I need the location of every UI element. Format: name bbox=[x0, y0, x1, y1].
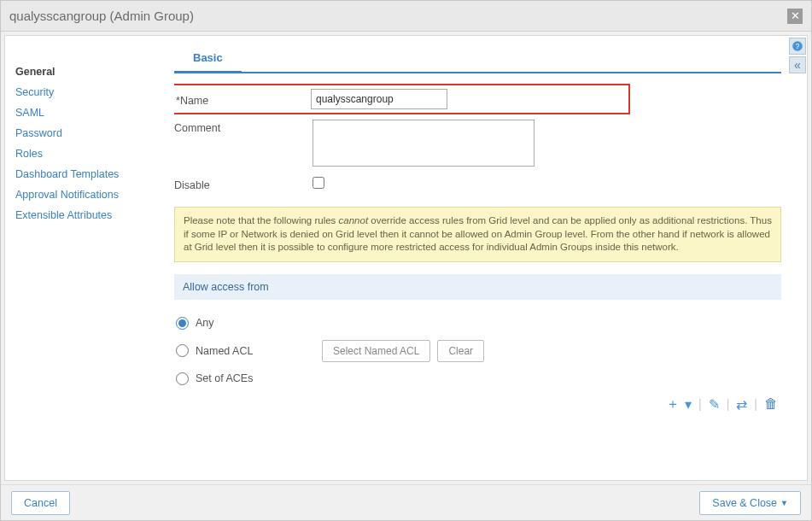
collapse-panel-icon[interactable]: « bbox=[789, 56, 806, 73]
main-panel: Basic *Name Comment Disable Please note … bbox=[167, 36, 807, 480]
sidebar-item-roles[interactable]: Roles bbox=[15, 143, 157, 164]
radio-row-named-acl: Named ACL Select Named ACL Clear bbox=[176, 335, 780, 367]
edit-icon[interactable]: ✎ bbox=[709, 396, 720, 413]
add-dropdown-icon[interactable]: ▾ bbox=[685, 396, 692, 413]
add-icon[interactable]: ＋ bbox=[666, 395, 680, 413]
radio-row-any: Any bbox=[176, 312, 780, 335]
radio-set-of-aces[interactable] bbox=[176, 372, 189, 385]
allow-access-section-header: Allow access from bbox=[174, 274, 781, 300]
swap-icon[interactable]: ⇄ bbox=[736, 396, 747, 413]
ace-toolbar: ＋ ▾ | ✎ | ⇄ | 🗑 bbox=[174, 394, 781, 417]
sidebar-item-general[interactable]: General bbox=[15, 61, 157, 82]
access-rules-note: Please note that the following rules can… bbox=[174, 207, 781, 262]
chevron-down-icon: ▼ bbox=[780, 499, 788, 507]
sidebar-nav: General Security SAML Password Roles Das… bbox=[5, 36, 167, 480]
sidebar-item-approval-notifications[interactable]: Approval Notifications bbox=[15, 184, 157, 205]
radio-any-label: Any bbox=[196, 317, 315, 329]
comment-label: Comment bbox=[174, 120, 313, 134]
radio-row-set-of-aces: Set of ACEs bbox=[176, 367, 780, 390]
radio-any[interactable] bbox=[176, 317, 189, 330]
disable-row: Disable bbox=[174, 172, 781, 196]
svg-text:?: ? bbox=[796, 43, 800, 50]
sidebar-item-extensible-attributes[interactable]: Extensible Attributes bbox=[15, 205, 157, 225]
disable-label: Disable bbox=[174, 177, 313, 191]
allow-access-radio-group: Any Named ACL Select Named ACL Clear Set… bbox=[174, 300, 781, 394]
sidebar-item-password[interactable]: Password bbox=[15, 123, 157, 143]
select-named-acl-button[interactable]: Select Named ACL bbox=[322, 340, 430, 362]
dialog-body: ? « General Security SAML Password Roles… bbox=[4, 35, 808, 481]
name-row-highlight: *Name bbox=[174, 84, 630, 114]
sidebar-item-saml[interactable]: SAML bbox=[15, 102, 157, 123]
trash-icon[interactable]: 🗑 bbox=[764, 396, 778, 412]
save-close-button[interactable]: Save & Close▼ bbox=[699, 491, 801, 515]
tabs-row: Basic bbox=[174, 44, 781, 73]
clear-named-acl-button[interactable]: Clear bbox=[437, 340, 484, 362]
right-rail: ? « bbox=[788, 36, 807, 73]
radio-named-acl-label: Named ACL bbox=[196, 345, 315, 357]
scroll-area[interactable]: *Name Comment Disable Please note that t… bbox=[174, 73, 781, 480]
disable-checkbox[interactable] bbox=[313, 177, 324, 189]
close-icon[interactable]: ✕ bbox=[787, 9, 803, 24]
sidebar-item-dashboard-templates[interactable]: Dashboard Templates bbox=[15, 164, 157, 184]
tab-basic[interactable]: Basic bbox=[174, 44, 242, 73]
comment-textarea[interactable] bbox=[313, 120, 535, 167]
cancel-button[interactable]: Cancel bbox=[11, 491, 70, 515]
dialog-title: qualysscangroup (Admin Group) bbox=[9, 9, 194, 23]
admin-group-dialog: qualysscangroup (Admin Group) ✕ ? « Gene… bbox=[0, 0, 812, 521]
help-icon[interactable]: ? bbox=[789, 38, 806, 55]
dialog-header: qualysscangroup (Admin Group) ✕ bbox=[1, 1, 811, 32]
comment-row: Comment bbox=[174, 114, 781, 172]
radio-set-of-aces-label: Set of ACEs bbox=[196, 372, 315, 384]
radio-named-acl[interactable] bbox=[176, 344, 189, 357]
name-input[interactable] bbox=[311, 89, 447, 109]
sidebar-item-security[interactable]: Security bbox=[15, 82, 157, 102]
name-label: *Name bbox=[176, 92, 311, 107]
dialog-footer: Cancel Save & Close▼ bbox=[1, 484, 811, 520]
